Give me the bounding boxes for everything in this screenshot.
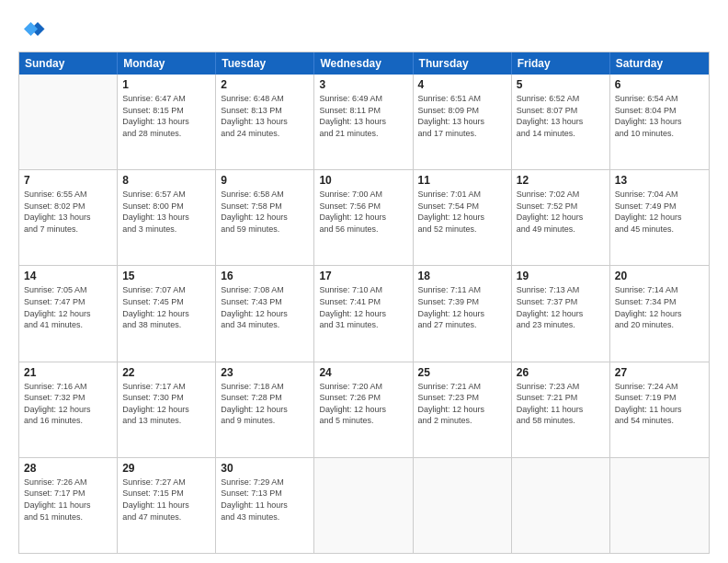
cell-info: Sunrise: 7:16 AM Sunset: 7:32 PM Dayligh…: [24, 381, 112, 427]
cal-cell: 16Sunrise: 7:08 AM Sunset: 7:43 PM Dayli…: [216, 266, 314, 361]
cal-cell: 30Sunrise: 7:29 AM Sunset: 7:13 PM Dayli…: [216, 458, 314, 553]
cell-info: Sunrise: 7:26 AM Sunset: 7:17 PM Dayligh…: [24, 477, 112, 523]
cal-cell: [414, 458, 512, 553]
header-day-monday: Monday: [118, 52, 216, 75]
cal-cell: 1Sunrise: 6:47 AM Sunset: 8:15 PM Daylig…: [118, 75, 216, 169]
cal-cell: 2Sunrise: 6:48 AM Sunset: 8:13 PM Daylig…: [216, 75, 314, 169]
cal-cell: 3Sunrise: 6:49 AM Sunset: 8:11 PM Daylig…: [314, 75, 413, 169]
cell-info: Sunrise: 7:07 AM Sunset: 7:45 PM Dayligh…: [122, 284, 210, 330]
day-number: 10: [319, 174, 407, 187]
day-number: 1: [122, 78, 210, 91]
cell-info: Sunrise: 7:01 AM Sunset: 7:54 PM Dayligh…: [418, 189, 506, 235]
day-number: 17: [319, 270, 407, 282]
cal-cell: 8Sunrise: 6:57 AM Sunset: 8:00 PM Daylig…: [118, 170, 216, 265]
cal-cell: 18Sunrise: 7:11 AM Sunset: 7:39 PM Dayli…: [414, 266, 512, 361]
cal-cell: 26Sunrise: 7:23 AM Sunset: 7:21 PM Dayli…: [512, 362, 610, 457]
cell-info: Sunrise: 6:48 AM Sunset: 8:13 PM Dayligh…: [221, 93, 309, 139]
cal-cell: 27Sunrise: 7:24 AM Sunset: 7:19 PM Dayli…: [610, 362, 709, 457]
cell-info: Sunrise: 6:52 AM Sunset: 8:07 PM Dayligh…: [517, 93, 605, 139]
cal-cell: 21Sunrise: 7:16 AM Sunset: 7:32 PM Dayli…: [19, 362, 118, 457]
day-number: 20: [615, 270, 704, 282]
cell-info: Sunrise: 7:08 AM Sunset: 7:43 PM Dayligh…: [221, 284, 309, 330]
cell-info: Sunrise: 7:14 AM Sunset: 7:34 PM Dayligh…: [615, 284, 704, 330]
cal-cell: 17Sunrise: 7:10 AM Sunset: 7:41 PM Dayli…: [314, 266, 413, 361]
day-number: 28: [24, 462, 112, 475]
cell-info: Sunrise: 7:11 AM Sunset: 7:39 PM Dayligh…: [418, 284, 506, 330]
cal-cell: 19Sunrise: 7:13 AM Sunset: 7:37 PM Dayli…: [512, 266, 610, 361]
cal-cell: 9Sunrise: 6:58 AM Sunset: 7:58 PM Daylig…: [216, 170, 314, 265]
cal-cell: 5Sunrise: 6:52 AM Sunset: 8:07 PM Daylig…: [512, 75, 610, 169]
day-number: 21: [24, 366, 112, 379]
cal-row-4: 21Sunrise: 7:16 AM Sunset: 7:32 PM Dayli…: [19, 362, 709, 457]
day-number: 5: [517, 78, 605, 91]
day-number: 23: [221, 366, 309, 379]
cell-info: Sunrise: 7:02 AM Sunset: 7:52 PM Dayligh…: [517, 189, 605, 235]
day-number: 29: [122, 462, 210, 475]
cell-info: Sunrise: 7:05 AM Sunset: 7:47 PM Dayligh…: [24, 284, 112, 330]
cal-cell: 29Sunrise: 7:27 AM Sunset: 7:15 PM Dayli…: [118, 458, 216, 553]
cell-info: Sunrise: 6:47 AM Sunset: 8:15 PM Dayligh…: [122, 93, 210, 139]
calendar: SundayMondayTuesdayWednesdayThursdayFrid…: [18, 52, 710, 554]
cal-cell: 24Sunrise: 7:20 AM Sunset: 7:26 PM Dayli…: [314, 362, 413, 457]
cell-info: Sunrise: 6:54 AM Sunset: 8:04 PM Dayligh…: [615, 93, 704, 139]
cal-cell: 20Sunrise: 7:14 AM Sunset: 7:34 PM Dayli…: [610, 266, 709, 361]
cal-cell: 13Sunrise: 7:04 AM Sunset: 7:49 PM Dayli…: [610, 170, 709, 265]
cell-info: Sunrise: 7:17 AM Sunset: 7:30 PM Dayligh…: [122, 381, 210, 427]
cell-info: Sunrise: 6:51 AM Sunset: 8:09 PM Dayligh…: [418, 93, 506, 139]
day-number: 27: [615, 366, 704, 379]
cell-info: Sunrise: 6:58 AM Sunset: 7:58 PM Dayligh…: [221, 189, 309, 235]
day-number: 24: [319, 366, 407, 379]
cal-cell: [512, 458, 610, 553]
cell-info: Sunrise: 7:23 AM Sunset: 7:21 PM Dayligh…: [517, 381, 605, 427]
cal-cell: [19, 75, 118, 169]
day-number: 12: [517, 174, 605, 187]
day-number: 22: [122, 366, 210, 379]
cal-cell: 10Sunrise: 7:00 AM Sunset: 7:56 PM Dayli…: [314, 170, 413, 265]
cal-cell: 6Sunrise: 6:54 AM Sunset: 8:04 PM Daylig…: [610, 75, 709, 169]
day-number: 11: [418, 174, 506, 187]
cal-row-2: 7Sunrise: 6:55 AM Sunset: 8:02 PM Daylig…: [19, 169, 709, 265]
cal-cell: 12Sunrise: 7:02 AM Sunset: 7:52 PM Dayli…: [512, 170, 610, 265]
day-number: 26: [517, 366, 605, 379]
day-number: 19: [517, 270, 605, 282]
calendar-body: 1Sunrise: 6:47 AM Sunset: 8:15 PM Daylig…: [19, 75, 709, 553]
cell-info: Sunrise: 7:10 AM Sunset: 7:41 PM Dayligh…: [319, 284, 407, 330]
header: [18, 17, 710, 44]
day-number: 7: [24, 174, 112, 187]
cal-cell: [610, 458, 709, 553]
header-day-friday: Friday: [512, 52, 610, 75]
day-number: 8: [122, 174, 210, 187]
cal-cell: 4Sunrise: 6:51 AM Sunset: 8:09 PM Daylig…: [414, 75, 512, 169]
day-number: 16: [221, 270, 309, 282]
cell-info: Sunrise: 7:00 AM Sunset: 7:56 PM Dayligh…: [319, 189, 407, 235]
day-number: 25: [418, 366, 506, 379]
header-day-thursday: Thursday: [414, 52, 512, 75]
logo: [18, 17, 50, 44]
cal-cell: 7Sunrise: 6:55 AM Sunset: 8:02 PM Daylig…: [19, 170, 118, 265]
cal-cell: [314, 458, 413, 553]
page: SundayMondayTuesdayWednesdayThursdayFrid…: [0, 0, 728, 563]
cell-info: Sunrise: 7:27 AM Sunset: 7:15 PM Dayligh…: [122, 477, 210, 523]
cal-row-1: 1Sunrise: 6:47 AM Sunset: 8:15 PM Daylig…: [19, 75, 709, 169]
header-day-tuesday: Tuesday: [216, 52, 314, 75]
day-number: 2: [221, 78, 309, 91]
cell-info: Sunrise: 7:29 AM Sunset: 7:13 PM Dayligh…: [221, 477, 309, 523]
cal-row-5: 28Sunrise: 7:26 AM Sunset: 7:17 PM Dayli…: [19, 457, 709, 553]
day-number: 14: [24, 270, 112, 282]
logo-icon: [18, 17, 46, 44]
calendar-header: SundayMondayTuesdayWednesdayThursdayFrid…: [19, 52, 709, 75]
day-number: 4: [418, 78, 506, 91]
cal-cell: 25Sunrise: 7:21 AM Sunset: 7:23 PM Dayli…: [414, 362, 512, 457]
day-number: 18: [418, 270, 506, 282]
cell-info: Sunrise: 6:55 AM Sunset: 8:02 PM Dayligh…: [24, 189, 112, 235]
cal-cell: 11Sunrise: 7:01 AM Sunset: 7:54 PM Dayli…: [414, 170, 512, 265]
header-day-sunday: Sunday: [19, 52, 118, 75]
day-number: 15: [122, 270, 210, 282]
cal-cell: 23Sunrise: 7:18 AM Sunset: 7:28 PM Dayli…: [216, 362, 314, 457]
cal-cell: 15Sunrise: 7:07 AM Sunset: 7:45 PM Dayli…: [118, 266, 216, 361]
cell-info: Sunrise: 7:13 AM Sunset: 7:37 PM Dayligh…: [517, 284, 605, 330]
header-day-saturday: Saturday: [610, 52, 709, 75]
cal-row-3: 14Sunrise: 7:05 AM Sunset: 7:47 PM Dayli…: [19, 265, 709, 361]
day-number: 30: [221, 462, 309, 475]
cell-info: Sunrise: 6:49 AM Sunset: 8:11 PM Dayligh…: [319, 93, 407, 139]
